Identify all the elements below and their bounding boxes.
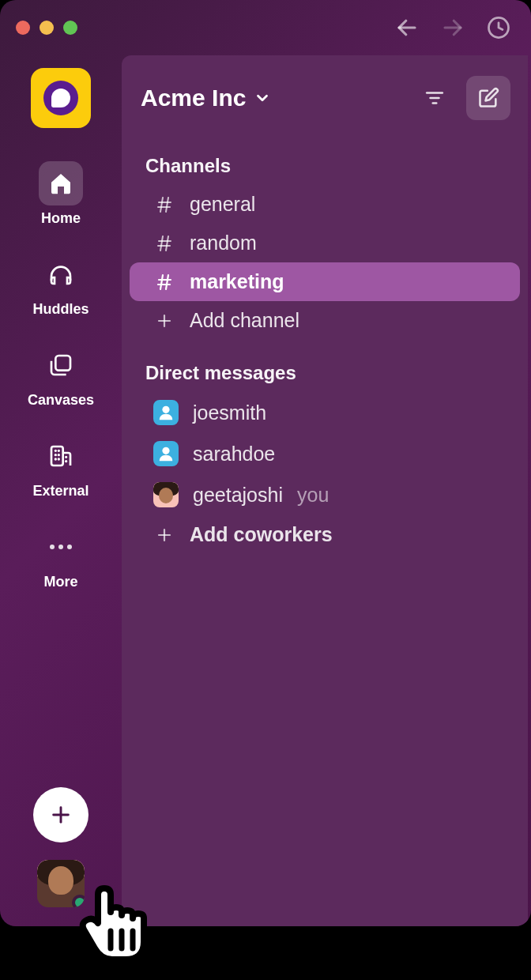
- avatar-icon: [153, 441, 179, 466]
- hash-icon: [153, 195, 175, 214]
- dm-geetajoshi[interactable]: geetajoshi you: [130, 474, 520, 515]
- filter-button[interactable]: [412, 76, 457, 120]
- dm-name: sarahdoe: [193, 443, 275, 466]
- plus-icon: [48, 802, 73, 827]
- channel-marketing[interactable]: marketing: [130, 262, 520, 301]
- forward-button[interactable]: [441, 16, 465, 40]
- nav-rail: Home Huddles Canvases External: [0, 55, 122, 926]
- svg-point-25: [162, 447, 169, 454]
- channel-sidebar: Acme Inc Channels general: [122, 55, 528, 926]
- avatar-icon: [153, 400, 179, 425]
- home-icon: [48, 171, 73, 196]
- minimize-window-icon[interactable]: [40, 21, 54, 35]
- cursor-pointer-icon: [74, 871, 161, 977]
- hash-icon: [153, 234, 175, 253]
- back-button[interactable]: [395, 16, 419, 40]
- svg-rect-3: [55, 356, 70, 371]
- nav-label: Canvases: [28, 392, 94, 409]
- close-window-icon[interactable]: [16, 21, 30, 35]
- dm-name: joesmith: [193, 401, 266, 424]
- nav-huddles[interactable]: Huddles: [0, 244, 122, 332]
- history-nav: [395, 16, 515, 40]
- app-window: Home Huddles Canvases External: [0, 0, 531, 926]
- dm-name: geetajoshi: [193, 484, 283, 507]
- nav-label: External: [32, 483, 88, 499]
- nav-external[interactable]: External: [0, 426, 122, 514]
- avatar-icon: [153, 482, 179, 507]
- compose-button[interactable]: [466, 76, 510, 120]
- svg-line-17: [166, 236, 168, 251]
- building-icon: [48, 443, 73, 469]
- nav-home[interactable]: Home: [0, 153, 122, 241]
- add-workspace-button[interactable]: [33, 787, 88, 842]
- svg-line-21: [166, 275, 168, 289]
- workspace-switcher[interactable]: [31, 68, 91, 128]
- dm-joesmith[interactable]: joesmith: [130, 392, 520, 433]
- dms-header[interactable]: Direct messages: [122, 340, 528, 392]
- compose-icon: [477, 87, 499, 109]
- add-channel-button[interactable]: Add channel: [130, 301, 520, 340]
- nav-label: Home: [41, 210, 81, 227]
- workspace-logo-icon: [51, 89, 70, 107]
- hash-icon: [153, 273, 175, 292]
- main-layout: Home Huddles Canvases External: [0, 55, 531, 926]
- add-coworkers-label: Add coworkers: [190, 523, 333, 546]
- titlebar: [0, 0, 531, 55]
- svg-line-12: [160, 198, 163, 212]
- chevron-down-icon: [254, 89, 271, 107]
- history-button[interactable]: [487, 16, 510, 40]
- workspace-name: Acme Inc: [141, 85, 246, 111]
- svg-line-20: [160, 275, 163, 289]
- plus-icon: [153, 311, 175, 330]
- svg-line-16: [160, 236, 163, 251]
- filter-icon: [424, 88, 445, 108]
- svg-rect-4: [51, 447, 63, 466]
- channel-name: random: [190, 232, 257, 254]
- svg-point-24: [162, 406, 169, 413]
- canvases-icon: [48, 352, 73, 378]
- nav-label: More: [43, 574, 77, 590]
- dm-sarahdoe[interactable]: sarahdoe: [130, 433, 520, 474]
- svg-line-13: [166, 198, 168, 212]
- add-channel-label: Add channel: [190, 309, 299, 332]
- you-badge: you: [297, 484, 329, 507]
- channels-header[interactable]: Channels: [122, 133, 528, 185]
- workspace-menu-button[interactable]: Acme Inc: [141, 85, 271, 111]
- nav-canvases[interactable]: Canvases: [0, 335, 122, 423]
- channel-name: general: [190, 193, 255, 216]
- nav-label: Huddles: [32, 301, 88, 318]
- nav-more[interactable]: More: [0, 517, 122, 605]
- maximize-window-icon[interactable]: [63, 21, 77, 35]
- plus-icon: [153, 526, 175, 545]
- channel-general[interactable]: general: [130, 185, 520, 224]
- add-coworkers-button[interactable]: Add coworkers: [130, 515, 520, 554]
- window-controls: [16, 21, 77, 35]
- headphones-icon: [48, 262, 73, 287]
- channel-random[interactable]: random: [130, 224, 520, 262]
- channel-name: marketing: [190, 270, 284, 293]
- more-icon: [50, 545, 72, 549]
